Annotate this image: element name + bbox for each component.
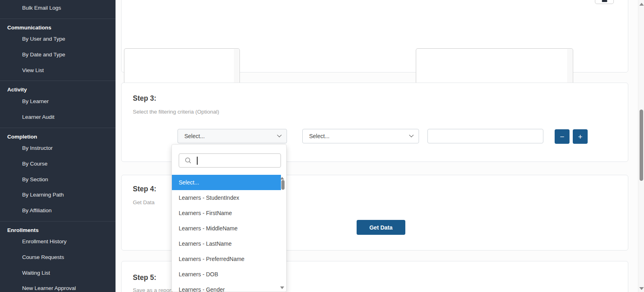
sidebar-item[interactable]: By User and Type xyxy=(0,31,116,47)
step3-subtitle: Select the filtering criteria (Optional) xyxy=(133,109,219,115)
sidebar-section-header: Activity xyxy=(0,81,116,93)
filter-value-input[interactable] xyxy=(427,129,543,143)
sidebar-section-header: Enrollments xyxy=(0,221,116,234)
sidebar-item[interactable]: New Learner Approval xyxy=(0,280,116,292)
sidebar-item[interactable]: By Affiliation xyxy=(0,203,116,218)
scroll-down-icon[interactable] xyxy=(280,286,284,289)
sidebar: Bulk Email LogsCommunicationsBy User and… xyxy=(0,0,116,292)
sidebar-item[interactable]: By Learning Path xyxy=(0,187,116,203)
panel-action-button[interactable] xyxy=(595,0,614,4)
sidebar-item[interactable]: Enrollment History xyxy=(0,234,116,250)
panel-action-icon xyxy=(602,0,607,2)
chevron-down-icon xyxy=(277,133,281,137)
sidebar-item[interactable]: By Learner xyxy=(0,93,116,109)
sidebar-item[interactable]: Waiting List xyxy=(0,265,116,281)
scroll-up-icon[interactable] xyxy=(280,177,284,179)
sidebar-section-header: Communications xyxy=(0,19,116,31)
sidebar-item[interactable]: By Course xyxy=(0,156,116,172)
search-icon xyxy=(185,157,192,164)
dropdown-option[interactable]: Learners - FirstName xyxy=(172,205,281,221)
scroll-down-icon[interactable] xyxy=(639,287,644,290)
page-scrollbar[interactable] xyxy=(638,0,644,292)
dropdown-option[interactable]: Learners - MiddleName xyxy=(172,221,281,236)
dropdown-option[interactable]: Learners - DOB xyxy=(172,267,281,282)
sidebar-section-header: Completion xyxy=(0,128,116,141)
step4-subtitle: Get Data xyxy=(133,199,155,205)
sidebar-item[interactable]: Bulk Email Logs xyxy=(0,0,116,16)
sidebar-item[interactable]: Learner Audit xyxy=(0,109,116,125)
filter-field-dropdown: Select...Learners - StudentIndexLearners… xyxy=(171,144,287,292)
step5-title: Step 5: xyxy=(133,273,156,282)
dropdown-option[interactable]: Learners - LastName xyxy=(172,236,281,251)
sidebar-item[interactable]: By Section xyxy=(0,172,116,187)
dropdown-option[interactable]: Learners - PreferredName xyxy=(172,251,281,267)
filter-operator-select[interactable]: Select... xyxy=(302,129,419,143)
dropdown-option[interactable]: Learners - StudentIndex xyxy=(172,190,281,205)
filter-operator-select-value: Select... xyxy=(309,133,410,139)
main-content: AffiliationIndex Step 3: Select the filt… xyxy=(116,0,644,292)
dropdown-search-input[interactable] xyxy=(179,153,281,168)
page-scrollbar-thumb[interactable] xyxy=(640,110,643,181)
dropdown-scrollbar-thumb[interactable] xyxy=(281,180,285,190)
filter-field-select-value: Select... xyxy=(184,133,278,139)
scroll-up-icon[interactable] xyxy=(639,3,644,6)
add-filter-button[interactable]: + xyxy=(573,129,588,144)
filter-field-select[interactable]: Select... xyxy=(178,129,287,143)
get-data-button[interactable]: Get Data xyxy=(357,220,405,235)
step5-subtitle: Save as a report t xyxy=(133,287,176,292)
remove-filter-button[interactable]: − xyxy=(555,129,570,144)
sidebar-item[interactable]: Course Requests xyxy=(0,249,116,265)
step3-title: Step 3: xyxy=(133,94,156,103)
dropdown-option[interactable]: Learners - Gender xyxy=(172,282,281,292)
dropdown-option-list: Select...Learners - StudentIndexLearners… xyxy=(172,175,286,292)
sidebar-item[interactable]: By Date and Type xyxy=(0,47,116,62)
dropdown-option[interactable]: Select... xyxy=(172,175,281,190)
sidebar-item[interactable]: View List xyxy=(0,62,116,78)
chevron-down-icon xyxy=(409,133,413,137)
sidebar-item[interactable]: By Instructor xyxy=(0,141,116,156)
text-cursor xyxy=(197,157,198,165)
step4-title: Step 4: xyxy=(133,185,156,193)
